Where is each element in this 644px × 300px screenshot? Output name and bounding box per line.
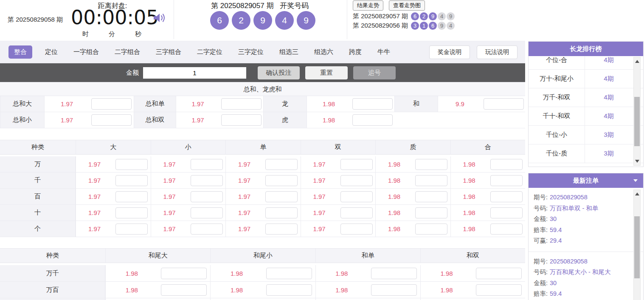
bet-input[interactable] [221, 98, 262, 110]
bet-input[interactable] [161, 284, 207, 296]
bet-cell [413, 173, 450, 189]
column-header: 和双 [420, 249, 525, 263]
bet-input[interactable] [161, 268, 207, 279]
bet-cell [488, 173, 525, 189]
view-chart-button[interactable]: 查看走势图 [389, 0, 425, 11]
bet-input[interactable] [265, 207, 298, 218]
speaker-icon[interactable] [153, 12, 166, 25]
bet-input[interactable] [191, 224, 223, 235]
tab-niuniu[interactable]: 牛牛 [377, 48, 390, 56]
odds-label: 赔率: [534, 226, 548, 233]
odds-value: 1.98 [105, 282, 158, 298]
bet-input[interactable] [340, 207, 373, 218]
bet-input[interactable] [490, 224, 523, 235]
tab-one-char-combo[interactable]: 一字组合 [73, 48, 99, 56]
odds-value: 1.98 [307, 112, 351, 128]
bet-input[interactable] [415, 207, 447, 218]
bet-input[interactable] [490, 191, 523, 202]
bet-cell [338, 189, 375, 205]
bet-input[interactable] [490, 175, 523, 186]
odds-value: 1.98 [315, 282, 368, 298]
bet-input[interactable] [490, 207, 523, 218]
bet-input[interactable] [191, 159, 223, 170]
scrollbar-thumb[interactable] [634, 216, 640, 278]
bet-input[interactable] [91, 98, 132, 110]
odds-value: 1.97 [301, 189, 338, 205]
bet-input[interactable] [490, 159, 523, 170]
dragon-name: 万千-和双 [529, 88, 585, 107]
play-help-button[interactable]: 玩法说明 [477, 45, 517, 59]
bet-input[interactable] [266, 268, 312, 279]
bet-input[interactable] [476, 284, 522, 296]
scroll-up-icon[interactable] [635, 192, 639, 195]
bet-input[interactable] [371, 268, 417, 279]
scroll-up-icon[interactable] [635, 60, 639, 63]
bet-input[interactable] [415, 191, 447, 202]
tab-two-char-position[interactable]: 二字定位 [197, 48, 222, 56]
bet-input[interactable] [352, 114, 393, 126]
bet-input[interactable] [191, 175, 223, 186]
bet-input[interactable] [415, 175, 447, 186]
bet-input[interactable] [352, 98, 393, 110]
bet-option-label: 龙 [263, 96, 307, 112]
issue-label: 期号: [534, 258, 548, 265]
chase-number-button[interactable]: 追号 [353, 66, 396, 79]
result-trend-button[interactable]: 结果走势 [353, 0, 383, 11]
tab-two-char-combo[interactable]: 二字组合 [115, 48, 140, 56]
bet-cell [188, 205, 225, 221]
tab-positioning[interactable]: 定位 [45, 48, 58, 56]
bet-input[interactable] [265, 224, 298, 235]
bet-input[interactable] [115, 191, 148, 202]
bet-input[interactable] [91, 114, 132, 126]
number-label: 号码: [534, 269, 548, 275]
tab-integrated[interactable]: 整合 [8, 45, 32, 59]
order-number-line: 号码:万百和单双 - 和单 [534, 203, 638, 214]
bet-input[interactable] [340, 224, 373, 235]
help-buttons: 奖金说明 玩法说明 [429, 45, 517, 59]
bet-input[interactable] [476, 268, 522, 279]
bet-input[interactable] [484, 98, 524, 110]
tab-group-select-6[interactable]: 组选六 [314, 48, 333, 56]
bet-input[interactable] [115, 224, 148, 235]
bet-input[interactable] [340, 175, 373, 186]
amount-label: 金额 [126, 69, 139, 77]
odds-value: 1.98 [450, 156, 488, 173]
bet-input[interactable] [340, 159, 373, 170]
bet-cell [188, 189, 225, 205]
confirm-bet-button[interactable]: 确认投注 [258, 66, 300, 79]
odds-value: 1.98 [210, 298, 263, 300]
scroll-down-icon[interactable] [635, 160, 639, 163]
bet-cell [472, 282, 525, 298]
tab-three-char-combo[interactable]: 三字组合 [156, 48, 181, 56]
dragon-scrollbar[interactable] [633, 57, 641, 166]
amount-input[interactable] [143, 67, 246, 79]
bet-cell [188, 173, 225, 189]
reset-button[interactable]: 重置 [305, 66, 348, 79]
bet-input[interactable] [340, 191, 373, 202]
bet-input[interactable] [115, 175, 148, 186]
tab-group-select-3[interactable]: 组选三 [279, 48, 298, 56]
bet-input[interactable] [265, 175, 298, 186]
bet-input[interactable] [265, 191, 298, 202]
tab-span[interactable]: 跨度 [349, 48, 362, 56]
row-label: 万十 [0, 298, 105, 300]
bet-input[interactable] [265, 159, 298, 170]
bet-input[interactable] [415, 224, 447, 235]
collapse-caret-icon[interactable] [633, 179, 638, 182]
bet-input[interactable] [191, 191, 223, 202]
bonus-help-button[interactable]: 奖金说明 [429, 45, 470, 59]
sidebar: 长龙排行榜 个位-合 4期 万十-和尾小 4期 万千-和双 4期 [528, 41, 644, 300]
orders-scrollbar[interactable] [633, 190, 641, 300]
countdown-section: 距离封盘: 第 20250829058 期 00:00:05 时 分 秒 [0, 0, 174, 39]
bet-input[interactable] [415, 159, 447, 170]
bet-cell [338, 205, 375, 221]
tab-three-char-position[interactable]: 三字定位 [238, 48, 264, 56]
bet-input[interactable] [221, 114, 262, 126]
bet-input[interactable] [191, 207, 223, 218]
bet-input[interactable] [371, 284, 417, 296]
scrollbar-thumb[interactable] [634, 97, 640, 146]
latest-orders-label: 最新注单 [573, 177, 599, 184]
bet-input[interactable] [115, 207, 148, 218]
bet-input[interactable] [115, 159, 148, 170]
bet-input[interactable] [266, 284, 312, 296]
